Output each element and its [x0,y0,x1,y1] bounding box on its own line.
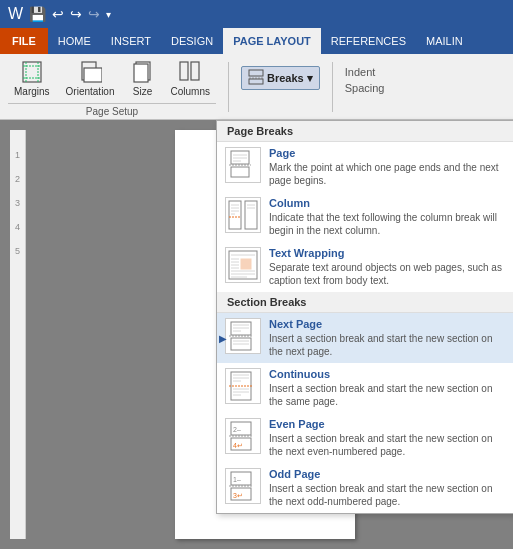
tab-design[interactable]: DESIGN [161,28,223,54]
next-page-icon [225,318,261,354]
odd-page-content: Odd Page Insert a section break and star… [269,468,507,508]
redo-icon2: ↪ [88,6,100,22]
next-page-title: Next Page [269,318,507,330]
menu-item-next-page[interactable]: ▶ Next Page Insert a section break and s… [217,313,513,363]
continuous-content: Continuous Insert a section break and st… [269,368,507,408]
page-breaks-header: Page Breaks [217,121,513,142]
svg-text:2–: 2– [233,426,241,433]
svg-text:1–: 1– [233,476,241,483]
breaks-dropdown: Page Breaks Page Mark the point at which… [216,120,513,514]
text-wrapping-title: Text Wrapping [269,247,507,259]
even-page-title: Even Page [269,418,507,430]
menu-item-continuous[interactable]: Continuous Insert a section break and st… [217,363,513,413]
page-break-content: Page Mark the point at which one page en… [269,147,507,187]
orientation-label: Orientation [66,86,115,97]
svg-rect-6 [84,68,102,82]
page-setup-buttons: Margins Orientation Size [8,56,216,101]
tab-references[interactable]: REFERENCES [321,28,416,54]
column-break-icon [225,197,261,233]
ribbon-group-page-setup: Margins Orientation Size [8,56,216,117]
menu-item-text-wrapping[interactable]: Text Wrapping Separate text around objec… [217,242,513,292]
odd-page-icon: 1– 3↵ [225,468,261,504]
text-wrapping-desc: Separate text around objects on web page… [269,261,507,287]
svg-rect-9 [180,62,188,80]
next-page-desc: Insert a section break and start the new… [269,332,507,358]
ribbon-sep-2 [332,62,333,112]
title-bar: W 💾 ↩ ↪ ↪ ▾ [0,0,513,28]
breaks-icon [248,69,264,87]
columns-label: Columns [171,86,210,97]
breaks-button[interactable]: Breaks ▾ [241,66,320,90]
columns-button[interactable]: Columns [165,56,216,101]
breaks-label: Breaks ▾ [267,72,313,85]
even-page-content: Even Page Insert a section break and sta… [269,418,507,458]
svg-rect-39 [231,322,251,335]
svg-rect-14 [231,151,249,164]
text-wrapping-content: Text Wrapping Separate text around objec… [269,247,507,287]
even-page-desc: Insert a section break and start the new… [269,432,507,458]
size-icon [131,60,155,86]
orientation-icon [78,60,102,86]
selected-arrow: ▶ [219,333,227,344]
orientation-button[interactable]: Orientation [60,56,121,101]
menu-item-odd-page[interactable]: 1– 3↵ Odd Page Insert a section break an… [217,463,513,513]
customize-arrow[interactable]: ▾ [106,9,111,20]
odd-page-desc: Insert a section break and start the new… [269,482,507,508]
column-break-desc: Indicate that the text following the col… [269,211,507,237]
continuous-title: Continuous [269,368,507,380]
tab-home[interactable]: HOME [48,28,101,54]
odd-page-title: Odd Page [269,468,507,480]
column-break-content: Column Indicate that the text following … [269,197,507,237]
svg-text:4↵: 4↵ [233,442,243,449]
redo-icon[interactable]: ↪ [70,6,82,22]
breaks-group: Breaks ▾ [241,66,320,90]
indent-label: Indent [345,66,385,78]
tab-insert[interactable]: INSERT [101,28,161,54]
svg-rect-16 [231,167,249,177]
ribbon: Margins Orientation Size [0,54,513,120]
page-break-desc: Mark the point at which one page ends an… [269,161,507,187]
svg-rect-10 [191,62,199,80]
page-setup-label: Page Setup [8,103,216,117]
tab-page-layout[interactable]: PAGE LAYOUT [223,28,321,54]
svg-text:3↵: 3↵ [233,492,243,499]
spacing-label: Spacing [345,82,385,94]
continuous-desc: Insert a section break and start the new… [269,382,507,408]
margins-icon [20,60,44,86]
save-icon[interactable]: 💾 [29,6,46,22]
indent-spacing-group: Indent Spacing [345,66,385,94]
svg-rect-13 [249,79,263,84]
margins-button[interactable]: Margins [8,56,56,101]
tab-file[interactable]: FILE [0,28,48,54]
svg-rect-11 [249,70,263,76]
ribbon-sep-1 [228,62,229,112]
margins-label: Margins [14,86,50,97]
section-breaks-header: Section Breaks [217,292,513,313]
next-page-content: Next Page Insert a section break and sta… [269,318,507,358]
undo-icon[interactable]: ↩ [52,6,64,22]
word-icon: W [8,5,23,23]
menu-item-column[interactable]: Column Indicate that the text following … [217,192,513,242]
continuous-icon [225,368,261,404]
page-break-icon [225,147,261,183]
text-wrapping-icon [225,247,261,283]
columns-icon [178,60,202,86]
svg-rect-30 [241,259,251,269]
column-break-title: Column [269,197,507,209]
menu-item-even-page[interactable]: 2– 4↵ Even Page Insert a section break a… [217,413,513,463]
menu-item-page[interactable]: Page Mark the point at which one page en… [217,142,513,192]
size-label: Size [133,86,152,97]
ribbon-tabs: FILE HOME INSERT DESIGN PAGE LAYOUT REFE… [0,28,513,54]
even-page-icon: 2– 4↵ [225,418,261,454]
ruler-left: 1 2 3 4 5 [10,130,26,539]
svg-rect-8 [134,64,148,82]
page-break-title: Page [269,147,507,159]
size-button[interactable]: Size [125,56,161,101]
tab-mailing[interactable]: MAILIN [416,28,473,54]
